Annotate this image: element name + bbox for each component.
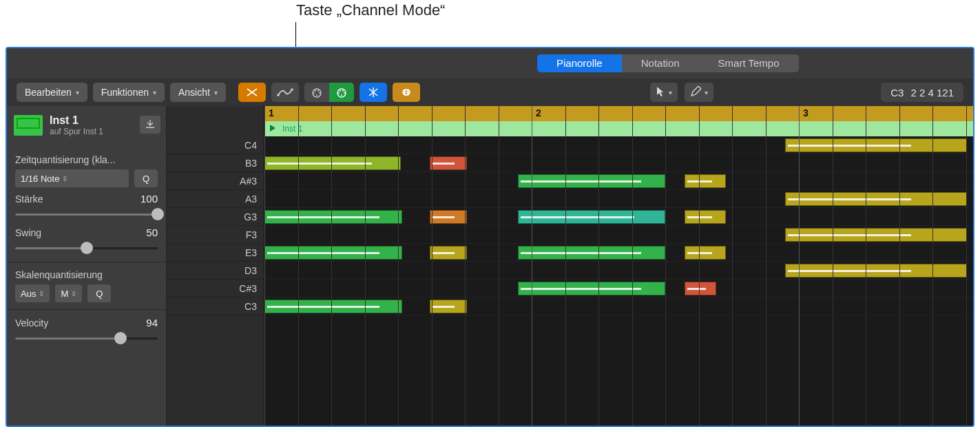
chevron-down-icon: ▾ [214,89,218,96]
editor-tab-row: Pianorolle Notation Smart Tempo [7,48,973,79]
piano-key-label[interactable]: B3 [167,154,264,172]
editor-tabs: Pianorolle Notation Smart Tempo [537,54,799,72]
note-lane [264,190,973,208]
midi-note[interactable] [518,174,665,188]
left-click-tool[interactable]: ▾ [650,83,678,102]
automation-curve-button[interactable] [271,83,299,102]
note-lane [264,226,973,244]
midi-out-button[interactable] [329,83,354,102]
scale-mode-select[interactable]: M ⇳ [55,284,82,302]
inspector-panel: Inst 1 auf Spur Inst 1 Zeitquantisierung… [7,106,167,426]
chevron-down-icon: ▾ [153,89,156,96]
strength-slider[interactable] [15,207,158,221]
callout-line [295,22,296,47]
piano-key-label[interactable]: C#3 [167,280,264,298]
menu-edit[interactable]: Bearbeiten▾ [17,83,87,102]
note-lane [264,136,973,154]
svg-point-11 [340,90,341,92]
midi-note[interactable] [518,210,665,224]
info-position: 2 2 4 121 [910,87,954,98]
channel-mode-button[interactable] [238,83,266,102]
piano-key-label[interactable]: F3 [167,226,264,244]
velocity-label: Velocity [15,317,48,329]
midi-note[interactable] [518,282,665,295]
swing-label: Swing [15,227,41,238]
midi-icon [335,87,348,98]
region-header[interactable]: Inst 1 auf Spur Inst 1 [7,106,166,145]
chevron-down-icon: ▾ [76,89,79,96]
midi-note[interactable] [685,210,726,224]
piano-key-label[interactable]: C3 [167,298,264,315]
tab-notation[interactable]: Notation [622,54,699,72]
midi-note[interactable] [264,210,402,224]
channel-mode-icon [245,86,259,98]
toolbar: Bearbeiten▾ Funktionen▾ Ansicht▾ [7,79,973,106]
quantize-label: Zeitquantisierung (kla... [15,154,116,165]
play-icon [270,125,275,132]
midi-note[interactable] [264,300,402,313]
note-lane [264,280,973,298]
midi-note[interactable] [264,156,401,170]
tab-pianoroll[interactable]: Pianorolle [537,54,622,72]
scale-apply-button[interactable]: Q [87,284,111,302]
menu-label: Funktionen [101,87,149,98]
midi-note[interactable] [518,246,665,260]
svg-point-3 [313,92,315,94]
chevron-down-icon: ▾ [669,89,672,96]
piano-key-label[interactable]: C4 [167,136,264,154]
quantize-select[interactable]: 1/16 Note ⇳ [15,169,129,187]
region-strip[interactable]: Inst 1 [264,121,973,136]
link-button[interactable] [393,83,420,102]
scale-root-select[interactable]: Aus ⇳ [15,284,50,302]
note-grid[interactable]: 123 Inst 1 [264,106,973,426]
midi-note[interactable] [430,300,467,313]
piano-key-label[interactable]: A3 [167,190,264,208]
midi-icon [310,87,324,98]
tab-smart-tempo[interactable]: Smart Tempo [699,54,799,72]
automation-icon [277,87,293,98]
midi-note[interactable] [685,282,716,295]
scale-mode-value: M [61,289,68,299]
callout-label: Taste „Channel Mode“ [296,1,445,19]
midi-in-button[interactable] [304,83,329,102]
note-lane [264,172,973,190]
bar-ruler[interactable]: 123 [264,106,973,121]
midi-buttons [304,83,354,102]
cmd-click-tool[interactable]: ▾ [685,83,713,102]
menu-label: Ansicht [178,87,210,98]
menu-label: Bearbeiten [25,87,72,98]
svg-point-10 [344,92,345,94]
midi-note[interactable] [785,228,967,242]
midi-note[interactable] [785,138,967,152]
midi-note[interactable] [430,156,467,170]
piano-roll: C4B3A#3A3G3F3E3D3C#3C3 123 Inst 1 [167,106,973,426]
midi-note[interactable] [264,246,402,260]
svg-point-4 [319,92,320,94]
midi-note[interactable] [685,174,726,188]
midi-note[interactable] [785,192,967,206]
note-lane [264,154,973,172]
catch-playhead-button[interactable] [359,83,387,102]
midi-note[interactable] [430,246,467,260]
piano-key-label[interactable]: A#3 [167,172,264,190]
menu-view[interactable]: Ansicht▾ [170,83,226,102]
piano-key-label[interactable]: D3 [167,262,264,280]
midi-note[interactable] [685,246,726,260]
piano-key-label[interactable]: E3 [167,244,264,262]
swing-slider[interactable] [15,241,158,255]
catch-content-button[interactable] [140,116,160,134]
velocity-slider[interactable] [15,331,158,345]
midi-note[interactable] [785,264,967,278]
svg-point-9 [338,92,340,94]
menu-functions[interactable]: Funktionen▾ [93,83,165,102]
pencil-icon [690,86,701,99]
midi-note[interactable] [430,210,467,224]
swing-value: 50 [146,227,158,238]
bar-number: 1 [269,107,274,118]
bar-number: 2 [536,107,541,118]
piano-key-label[interactable]: G3 [167,208,264,226]
stepper-icon: ⇳ [39,290,44,298]
instrument-icon [14,115,43,136]
piano-roll-editor: Pianorolle Notation Smart Tempo Bearbeit… [6,47,974,427]
quantize-apply-button[interactable]: Q [134,169,158,187]
